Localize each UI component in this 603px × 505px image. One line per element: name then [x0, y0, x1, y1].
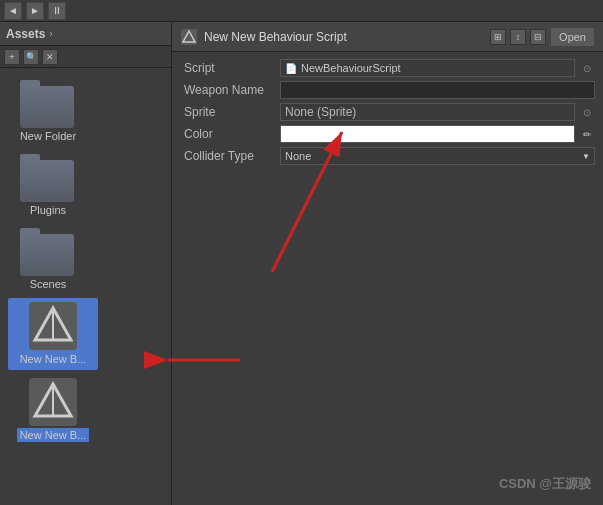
unity-icon-2 [25, 378, 81, 426]
assets-arrow: › [49, 28, 52, 39]
script-label-1: New New B... [17, 352, 90, 366]
left-panel: Assets › + 🔍 ✕ New Folder [0, 22, 172, 505]
script-file-icon: 📄 [285, 63, 297, 74]
right-panel: New New Behaviour Script ⊞ ↕ ⊟ Open Scri… [172, 22, 603, 505]
assets-title: Assets [6, 27, 45, 41]
color-swatch[interactable] [280, 125, 575, 143]
assets-content: New Folder Plugins Scenes [0, 68, 171, 505]
field-label-collider-type: Collider Type [180, 149, 280, 163]
folder-item-scenes[interactable]: Scenes [8, 224, 88, 294]
inspector-icon-3[interactable]: ⊟ [530, 29, 546, 45]
weapon-name-input[interactable] [280, 81, 595, 99]
field-row-collider-type: Collider Type None ▼ [180, 146, 595, 166]
assets-search-btn[interactable]: 🔍 [23, 49, 39, 65]
field-value-script: 📄 NewBehaviourScript ⊙ [280, 59, 595, 77]
inspector-main-area: Script 📄 NewBehaviourScript ⊙ Weapon Nam… [172, 52, 603, 505]
toolbar-forward-btn[interactable]: ► [26, 2, 44, 20]
collider-type-dropdown[interactable]: None ▼ [280, 147, 595, 165]
folder-item-new-folder[interactable]: New Folder [8, 76, 88, 146]
assets-toolbar: + 🔍 ✕ [0, 46, 171, 68]
toolbar-pause-btn[interactable]: ⏸ [48, 2, 66, 20]
field-label-color: Color [180, 127, 280, 141]
field-value-color: ✏ [280, 125, 595, 143]
script-filename: NewBehaviourScript [301, 62, 401, 74]
collider-type-arrow: ▼ [582, 152, 590, 161]
unity-icon-1 [25, 302, 81, 350]
assets-close-btn[interactable]: ✕ [42, 49, 58, 65]
field-value-weapon-name [280, 81, 595, 99]
script-pick-icon[interactable]: ⊙ [579, 60, 595, 76]
field-row-weapon-name: Weapon Name [180, 80, 595, 100]
field-value-collider-type: None ▼ [280, 147, 595, 165]
inspector-icon-2[interactable]: ↕ [510, 29, 526, 45]
color-pick-icon[interactable]: ✏ [579, 126, 595, 142]
inspector-content: Script 📄 NewBehaviourScript ⊙ Weapon Nam… [172, 52, 603, 174]
folder-label-new-folder: New Folder [20, 130, 76, 142]
field-label-weapon-name: Weapon Name [180, 83, 280, 97]
inspector-header: New New Behaviour Script ⊞ ↕ ⊟ Open [172, 22, 603, 52]
folder-icon-plugins [20, 154, 76, 202]
folder-icon-new-folder [20, 80, 76, 128]
folder-icon-scenes [20, 228, 76, 276]
sprite-pick-icon[interactable]: ⊙ [579, 104, 595, 120]
script-label-2: New New B... [17, 428, 90, 442]
assets-header: Assets › [0, 22, 171, 46]
top-toolbar: ◄ ► ⏸ [0, 0, 603, 22]
watermark: CSDN @王源骏 [499, 475, 591, 493]
main-layout: Assets › + 🔍 ✕ New Folder [0, 22, 603, 505]
field-label-sprite: Sprite [180, 105, 280, 119]
field-row-color: Color ✏ [180, 124, 595, 144]
folder-item-plugins[interactable]: Plugins [8, 150, 88, 220]
open-button[interactable]: Open [550, 27, 595, 47]
field-row-sprite: Sprite None (Sprite) ⊙ [180, 102, 595, 122]
script-item-2[interactable]: New New B... [8, 374, 98, 446]
folder-label-plugins: Plugins [30, 204, 66, 216]
inspector-unity-icon [180, 28, 198, 46]
script-item-1[interactable]: New New B... [8, 298, 98, 370]
toolbar-back-btn[interactable]: ◄ [4, 2, 22, 20]
field-row-script: Script 📄 NewBehaviourScript ⊙ [180, 58, 595, 78]
field-value-sprite: None (Sprite) ⊙ [280, 103, 595, 121]
assets-create-btn[interactable]: + [4, 49, 20, 65]
sprite-value: None (Sprite) [285, 105, 356, 119]
collider-type-value: None [285, 150, 311, 162]
inspector-icon-1[interactable]: ⊞ [490, 29, 506, 45]
field-label-script: Script [180, 61, 280, 75]
folder-label-scenes: Scenes [30, 278, 67, 290]
inspector-title: New New Behaviour Script [204, 30, 484, 44]
